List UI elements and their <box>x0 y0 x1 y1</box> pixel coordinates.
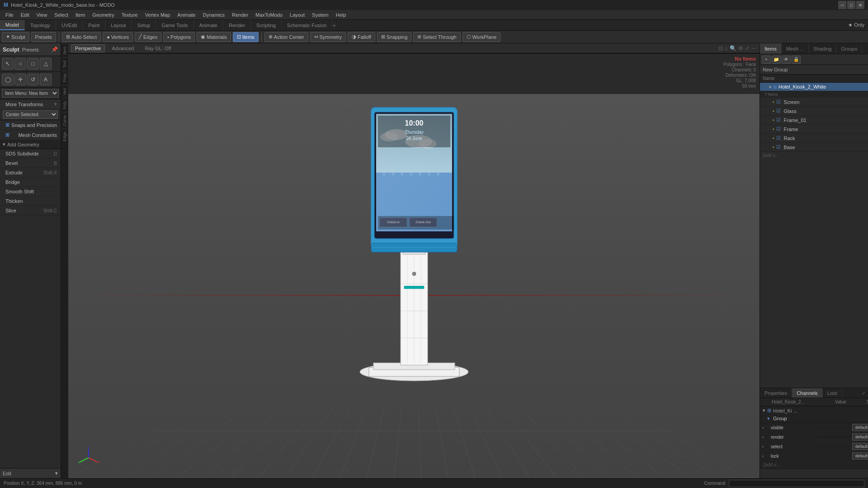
ch-select-dropdown[interactable]: default <box>852 443 868 450</box>
channel-visible[interactable]: ● visible default <box>760 423 868 432</box>
menu-file[interactable]: File <box>2 10 17 19</box>
channel-render[interactable]: ● render default <box>760 432 868 442</box>
menu-help[interactable]: Help <box>332 10 350 19</box>
maximize-button[interactable]: □ <box>847 1 855 9</box>
tab-topology[interactable]: Topology <box>25 20 56 30</box>
menu-texture[interactable]: Texture <box>118 10 142 19</box>
bevel-row[interactable]: Bevel B <box>0 159 61 168</box>
channels-group-header-hotel[interactable]: ▾ ⊞ Hotel_Ki ... <box>760 406 868 415</box>
menu-system[interactable]: System <box>308 10 332 19</box>
add-new-group-placeholder[interactable]: [add u... <box>760 152 868 159</box>
transform-tool-btn[interactable]: ✛ <box>14 74 26 85</box>
mesh-constraints-row[interactable]: ⊞ Mesh Constraints <box>0 130 61 140</box>
menu-layout[interactable]: Layout <box>286 10 308 19</box>
tab-game-tools[interactable]: Game Tools <box>156 20 194 30</box>
circle-tool-btn[interactable]: ◯ <box>2 74 14 85</box>
select-through-button[interactable]: ⊚ Select Through <box>413 32 460 42</box>
item-frame[interactable]: ▪ ☑ Frame <box>760 125 868 134</box>
items-folder-btn[interactable]: 📁 <box>772 56 781 64</box>
tab-render[interactable]: Render <box>223 20 251 30</box>
close-button[interactable]: ✕ <box>856 1 864 9</box>
vtab-prop[interactable]: Prop <box>62 70 67 85</box>
edges-button[interactable]: ╱ Edges <box>135 32 161 42</box>
rpanel-tab-mesh[interactable]: Mesh ... <box>782 43 809 54</box>
polygons-button[interactable]: ▪ Polygons <box>163 32 195 42</box>
vp-tab-advanced[interactable]: Advanced <box>108 44 138 52</box>
sds-subdivide-row[interactable]: SDS Subdivide D <box>0 149 61 159</box>
rpanel-tab-shading[interactable]: Shading <box>809 43 836 54</box>
vp-icon-settings[interactable]: ⚙ <box>738 45 743 52</box>
vtab-edge[interactable]: Edge <box>62 129 67 144</box>
add-geometry-toggle[interactable]: ▾ Add Geometry <box>0 140 61 149</box>
falloff-button[interactable]: ◑ Falloff <box>348 32 375 42</box>
smooth-shift-row[interactable]: Smooth Shift <box>0 187 61 197</box>
materials-button[interactable]: ◉ Materials <box>197 32 231 42</box>
ch-render-dropdown[interactable]: default <box>852 433 868 441</box>
vtab-item[interactable]: Item <box>62 43 67 57</box>
vp-icon-search[interactable]: 🔍 <box>730 45 736 52</box>
bridge-row[interactable]: Bridge <box>0 178 61 187</box>
ch-visible-dropdown[interactable]: default <box>852 424 868 431</box>
channel-lock[interactable]: ● lock default <box>760 451 868 461</box>
sculpt-toggle[interactable]: ✦ Sculpt <box>2 32 29 42</box>
lpanel-channels[interactable]: Channels <box>792 388 822 398</box>
tab-uvedit[interactable]: UVEdit <box>56 20 83 30</box>
cone-tool-btn[interactable]: △ <box>40 58 52 70</box>
cube-tool-btn[interactable]: □ <box>27 58 39 70</box>
lpanel-lists[interactable]: Lists <box>823 388 843 398</box>
menu-geometry[interactable]: Geometry <box>89 10 118 19</box>
vp-icon-expand[interactable]: ⤢ <box>745 45 750 52</box>
ch-lock-dropdown[interactable]: default <box>852 452 868 460</box>
auto-select-button[interactable]: ⊞ Auto Select <box>62 32 101 42</box>
more-transforms-row[interactable]: More Transforms ▾ <box>0 99 61 109</box>
menu-maxtomodo[interactable]: MaxToModo <box>252 10 286 19</box>
snapping-button[interactable]: ⊞ Snapping <box>377 32 412 42</box>
lpanel-properties[interactable]: Properties <box>760 388 792 398</box>
menu-select[interactable]: Select <box>51 10 72 19</box>
text-tool-btn[interactable]: A <box>40 74 52 85</box>
minimize-button[interactable]: ─ <box>838 1 846 9</box>
item-menu-select[interactable]: Item Menu: New Item <box>2 89 59 98</box>
rpanel-tab-groups[interactable]: Groups <box>836 43 862 54</box>
presets-button[interactable]: Presets <box>31 32 56 42</box>
edit-dropdown[interactable]: Edit ▾ <box>0 468 61 478</box>
tab-animate[interactable]: Animate <box>194 20 223 30</box>
items-lock-btn[interactable]: 🔒 <box>792 56 801 64</box>
slice-row[interactable]: Slice Shift-C <box>0 206 61 216</box>
menu-edit[interactable]: Edit <box>17 10 33 19</box>
snaps-precision-row[interactable]: ⊞ Snaps and Precision <box>0 120 61 130</box>
add-channel-placeholder[interactable]: [add u... <box>760 461 868 469</box>
vtab-curve[interactable]: Curve <box>62 112 67 129</box>
titlebar-controls[interactable]: ─ □ ✕ <box>838 1 864 9</box>
vp-tab-perspective[interactable]: Perspective <box>71 44 105 52</box>
menu-vertex-map[interactable]: Vertex Map <box>142 10 174 19</box>
menu-animate[interactable]: Animate <box>174 10 199 19</box>
tab-scripting[interactable]: Scripting <box>251 20 282 30</box>
item-base[interactable]: ▪ ☑ Base <box>760 143 868 152</box>
add-tab-button[interactable]: + <box>332 22 336 29</box>
channel-select[interactable]: ● select default <box>760 442 868 451</box>
items-eye-btn[interactable]: 👁 <box>782 56 791 64</box>
tab-paint[interactable]: Paint <box>83 20 105 30</box>
vp-icon-more[interactable]: ⋯ <box>751 45 757 52</box>
menu-item[interactable]: Item <box>72 10 89 19</box>
action-center-button[interactable]: ⊕ Action Center <box>264 32 308 42</box>
menu-render[interactable]: Render <box>228 10 252 19</box>
center-selected-select[interactable]: Center Selected <box>3 110 58 119</box>
menu-view[interactable]: View <box>33 10 51 19</box>
item-glass[interactable]: ▪ ☑ Glass <box>760 107 868 116</box>
menu-dynamics[interactable]: Dynamics <box>199 10 228 19</box>
items-button[interactable]: ⊡ Items <box>233 32 259 42</box>
thicken-row[interactable]: Thicken <box>0 197 61 206</box>
viewport-canvas[interactable]: 10:00 Thursday 26 June Check-In Check-Ou… <box>68 53 760 478</box>
vtab-poly[interactable]: Poly <box>62 98 67 112</box>
symmetry-button[interactable]: ⇔ Symmetry <box>310 32 346 42</box>
expand-icon[interactable]: ⤢ <box>859 389 868 396</box>
item-hotel-kiosk[interactable]: ▾ ⊞ Hotel_Kiosk_2_White <box>760 83 868 91</box>
vp-icon-home[interactable]: ⌂ <box>725 45 728 52</box>
rpanel-tab-items[interactable]: Items <box>760 43 782 54</box>
tab-setup[interactable]: Setup <box>132 20 156 30</box>
viewport[interactable]: Perspective Advanced Ray GL: Off ⊡ ⌂ 🔍 ⚙… <box>68 43 760 478</box>
tab-schematic-fusion[interactable]: Schematic Fusion <box>282 20 332 30</box>
rotate-tool-btn[interactable]: ↺ <box>27 74 39 85</box>
